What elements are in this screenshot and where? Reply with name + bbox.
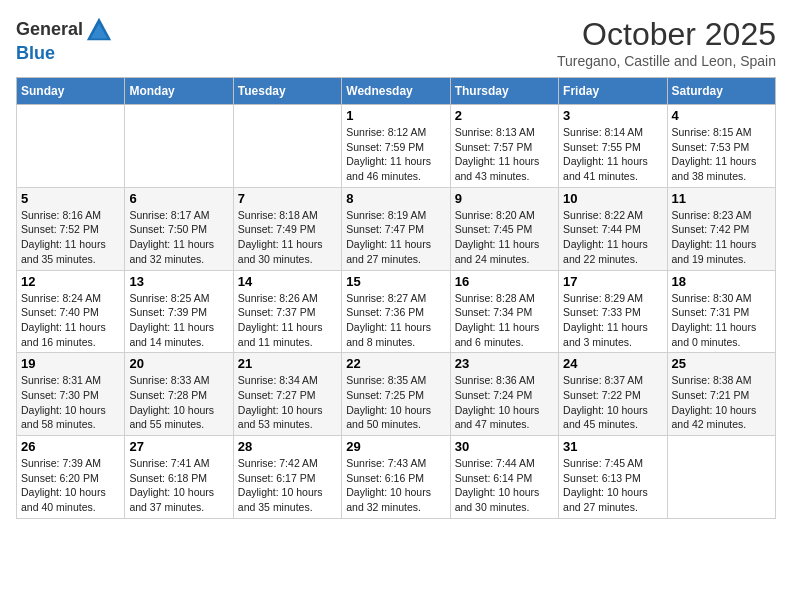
day-number: 13 <box>129 274 228 289</box>
calendar-cell: 16Sunrise: 8:28 AM Sunset: 7:34 PM Dayli… <box>450 270 558 353</box>
calendar-cell: 29Sunrise: 7:43 AM Sunset: 6:16 PM Dayli… <box>342 436 450 519</box>
day-number: 19 <box>21 356 120 371</box>
calendar-cell: 19Sunrise: 8:31 AM Sunset: 7:30 PM Dayli… <box>17 353 125 436</box>
day-info: Sunrise: 8:34 AM Sunset: 7:27 PM Dayligh… <box>238 373 337 432</box>
day-info: Sunrise: 8:26 AM Sunset: 7:37 PM Dayligh… <box>238 291 337 350</box>
day-info: Sunrise: 8:38 AM Sunset: 7:21 PM Dayligh… <box>672 373 771 432</box>
day-number: 25 <box>672 356 771 371</box>
day-info: Sunrise: 7:41 AM Sunset: 6:18 PM Dayligh… <box>129 456 228 515</box>
calendar-cell <box>17 105 125 188</box>
calendar-cell: 22Sunrise: 8:35 AM Sunset: 7:25 PM Dayli… <box>342 353 450 436</box>
day-number: 6 <box>129 191 228 206</box>
weekday-header-wednesday: Wednesday <box>342 78 450 105</box>
calendar-table: SundayMondayTuesdayWednesdayThursdayFrid… <box>16 77 776 519</box>
day-info: Sunrise: 7:44 AM Sunset: 6:14 PM Dayligh… <box>455 456 554 515</box>
calendar-cell: 20Sunrise: 8:33 AM Sunset: 7:28 PM Dayli… <box>125 353 233 436</box>
day-number: 17 <box>563 274 662 289</box>
calendar-cell: 25Sunrise: 8:38 AM Sunset: 7:21 PM Dayli… <box>667 353 775 436</box>
calendar-cell: 13Sunrise: 8:25 AM Sunset: 7:39 PM Dayli… <box>125 270 233 353</box>
logo-general: General <box>16 19 83 39</box>
day-info: Sunrise: 8:17 AM Sunset: 7:50 PM Dayligh… <box>129 208 228 267</box>
day-number: 16 <box>455 274 554 289</box>
calendar-cell: 27Sunrise: 7:41 AM Sunset: 6:18 PM Dayli… <box>125 436 233 519</box>
day-number: 8 <box>346 191 445 206</box>
day-number: 20 <box>129 356 228 371</box>
weekday-header-thursday: Thursday <box>450 78 558 105</box>
day-info: Sunrise: 8:18 AM Sunset: 7:49 PM Dayligh… <box>238 208 337 267</box>
day-info: Sunrise: 7:45 AM Sunset: 6:13 PM Dayligh… <box>563 456 662 515</box>
calendar-cell: 24Sunrise: 8:37 AM Sunset: 7:22 PM Dayli… <box>559 353 667 436</box>
weekday-header-row: SundayMondayTuesdayWednesdayThursdayFrid… <box>17 78 776 105</box>
calendar-cell: 18Sunrise: 8:30 AM Sunset: 7:31 PM Dayli… <box>667 270 775 353</box>
calendar-cell: 11Sunrise: 8:23 AM Sunset: 7:42 PM Dayli… <box>667 187 775 270</box>
day-info: Sunrise: 8:37 AM Sunset: 7:22 PM Dayligh… <box>563 373 662 432</box>
day-number: 29 <box>346 439 445 454</box>
day-number: 12 <box>21 274 120 289</box>
day-info: Sunrise: 8:15 AM Sunset: 7:53 PM Dayligh… <box>672 125 771 184</box>
calendar-cell <box>233 105 341 188</box>
day-number: 21 <box>238 356 337 371</box>
day-info: Sunrise: 8:24 AM Sunset: 7:40 PM Dayligh… <box>21 291 120 350</box>
day-number: 15 <box>346 274 445 289</box>
logo: General Blue <box>16 16 113 64</box>
day-info: Sunrise: 8:33 AM Sunset: 7:28 PM Dayligh… <box>129 373 228 432</box>
location: Turegano, Castille and Leon, Spain <box>557 53 776 69</box>
day-number: 24 <box>563 356 662 371</box>
calendar-week-row: 12Sunrise: 8:24 AM Sunset: 7:40 PM Dayli… <box>17 270 776 353</box>
day-info: Sunrise: 8:14 AM Sunset: 7:55 PM Dayligh… <box>563 125 662 184</box>
day-info: Sunrise: 8:27 AM Sunset: 7:36 PM Dayligh… <box>346 291 445 350</box>
day-number: 26 <box>21 439 120 454</box>
day-info: Sunrise: 8:35 AM Sunset: 7:25 PM Dayligh… <box>346 373 445 432</box>
day-info: Sunrise: 8:28 AM Sunset: 7:34 PM Dayligh… <box>455 291 554 350</box>
day-info: Sunrise: 8:16 AM Sunset: 7:52 PM Dayligh… <box>21 208 120 267</box>
calendar-cell: 28Sunrise: 7:42 AM Sunset: 6:17 PM Dayli… <box>233 436 341 519</box>
day-number: 30 <box>455 439 554 454</box>
calendar-cell <box>667 436 775 519</box>
weekday-header-saturday: Saturday <box>667 78 775 105</box>
day-info: Sunrise: 7:43 AM Sunset: 6:16 PM Dayligh… <box>346 456 445 515</box>
day-number: 5 <box>21 191 120 206</box>
calendar-cell: 14Sunrise: 8:26 AM Sunset: 7:37 PM Dayli… <box>233 270 341 353</box>
day-number: 14 <box>238 274 337 289</box>
day-info: Sunrise: 8:36 AM Sunset: 7:24 PM Dayligh… <box>455 373 554 432</box>
calendar-cell <box>125 105 233 188</box>
day-info: Sunrise: 7:42 AM Sunset: 6:17 PM Dayligh… <box>238 456 337 515</box>
calendar-cell: 23Sunrise: 8:36 AM Sunset: 7:24 PM Dayli… <box>450 353 558 436</box>
calendar-cell: 6Sunrise: 8:17 AM Sunset: 7:50 PM Daylig… <box>125 187 233 270</box>
weekday-header-friday: Friday <box>559 78 667 105</box>
day-info: Sunrise: 7:39 AM Sunset: 6:20 PM Dayligh… <box>21 456 120 515</box>
day-number: 27 <box>129 439 228 454</box>
calendar-cell: 9Sunrise: 8:20 AM Sunset: 7:45 PM Daylig… <box>450 187 558 270</box>
calendar-week-row: 5Sunrise: 8:16 AM Sunset: 7:52 PM Daylig… <box>17 187 776 270</box>
calendar-cell: 7Sunrise: 8:18 AM Sunset: 7:49 PM Daylig… <box>233 187 341 270</box>
weekday-header-sunday: Sunday <box>17 78 125 105</box>
calendar-cell: 30Sunrise: 7:44 AM Sunset: 6:14 PM Dayli… <box>450 436 558 519</box>
day-number: 4 <box>672 108 771 123</box>
weekday-header-monday: Monday <box>125 78 233 105</box>
day-info: Sunrise: 8:30 AM Sunset: 7:31 PM Dayligh… <box>672 291 771 350</box>
month-title: October 2025 <box>557 16 776 53</box>
day-number: 31 <box>563 439 662 454</box>
calendar-cell: 5Sunrise: 8:16 AM Sunset: 7:52 PM Daylig… <box>17 187 125 270</box>
calendar-week-row: 19Sunrise: 8:31 AM Sunset: 7:30 PM Dayli… <box>17 353 776 436</box>
calendar-cell: 21Sunrise: 8:34 AM Sunset: 7:27 PM Dayli… <box>233 353 341 436</box>
calendar-cell: 15Sunrise: 8:27 AM Sunset: 7:36 PM Dayli… <box>342 270 450 353</box>
weekday-header-tuesday: Tuesday <box>233 78 341 105</box>
day-number: 1 <box>346 108 445 123</box>
calendar-cell: 26Sunrise: 7:39 AM Sunset: 6:20 PM Dayli… <box>17 436 125 519</box>
calendar-cell: 17Sunrise: 8:29 AM Sunset: 7:33 PM Dayli… <box>559 270 667 353</box>
title-block: October 2025 Turegano, Castille and Leon… <box>557 16 776 69</box>
day-number: 22 <box>346 356 445 371</box>
day-info: Sunrise: 8:13 AM Sunset: 7:57 PM Dayligh… <box>455 125 554 184</box>
day-info: Sunrise: 8:23 AM Sunset: 7:42 PM Dayligh… <box>672 208 771 267</box>
day-number: 18 <box>672 274 771 289</box>
day-info: Sunrise: 8:25 AM Sunset: 7:39 PM Dayligh… <box>129 291 228 350</box>
day-info: Sunrise: 8:31 AM Sunset: 7:30 PM Dayligh… <box>21 373 120 432</box>
calendar-week-row: 1Sunrise: 8:12 AM Sunset: 7:59 PM Daylig… <box>17 105 776 188</box>
calendar-cell: 8Sunrise: 8:19 AM Sunset: 7:47 PM Daylig… <box>342 187 450 270</box>
logo-blue: Blue <box>16 43 55 63</box>
calendar-week-row: 26Sunrise: 7:39 AM Sunset: 6:20 PM Dayli… <box>17 436 776 519</box>
day-info: Sunrise: 8:20 AM Sunset: 7:45 PM Dayligh… <box>455 208 554 267</box>
day-info: Sunrise: 8:22 AM Sunset: 7:44 PM Dayligh… <box>563 208 662 267</box>
calendar-cell: 3Sunrise: 8:14 AM Sunset: 7:55 PM Daylig… <box>559 105 667 188</box>
